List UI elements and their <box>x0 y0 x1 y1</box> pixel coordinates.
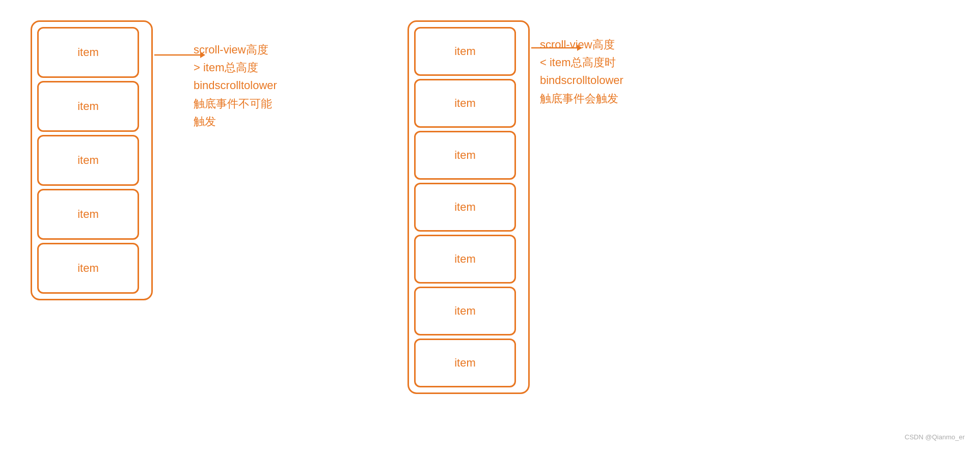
right-scroll-view: itemitemitemitemitemitemitem <box>407 20 530 394</box>
left-annotation-line1: scroll-view高度 > item总高度 <box>194 41 277 76</box>
left-item-1: item <box>37 81 139 132</box>
left-scroll-view: itemitemitemitemitem <box>31 20 153 300</box>
right-item-5: item <box>414 287 516 335</box>
left-item-3: item <box>37 189 139 240</box>
right-annotation-line1: scroll-view高度 < item总高度时 <box>540 36 623 71</box>
right-item-4: item <box>414 235 516 284</box>
left-annotation-line2: bindscrolltolower触底事件不可能触发 <box>194 76 277 130</box>
left-item-0: item <box>37 27 139 78</box>
right-item-1: item <box>414 79 516 128</box>
right-item-0: item <box>414 27 516 76</box>
right-section: itemitemitemitemitemitemitem scroll-view… <box>407 20 530 394</box>
right-annotation-line2: bindscrolltolower触底事件会触发 <box>540 71 623 107</box>
left-item-2: item <box>37 135 139 186</box>
right-item-6: item <box>414 339 516 387</box>
left-annotation: scroll-view高度 > item总高度 bindscrolltolowe… <box>194 41 277 130</box>
diagram-container: itemitemitemitemitem scroll-view高度 > ite… <box>0 0 980 449</box>
left-item-4: item <box>37 243 139 294</box>
right-annotation: scroll-view高度 < item总高度时 bindscrolltolow… <box>540 36 623 107</box>
right-item-2: item <box>414 131 516 180</box>
right-item-3: item <box>414 183 516 232</box>
watermark: CSDN @Qianmo_er <box>905 433 965 441</box>
left-section: itemitemitemitemitem scroll-view高度 > ite… <box>31 20 153 300</box>
